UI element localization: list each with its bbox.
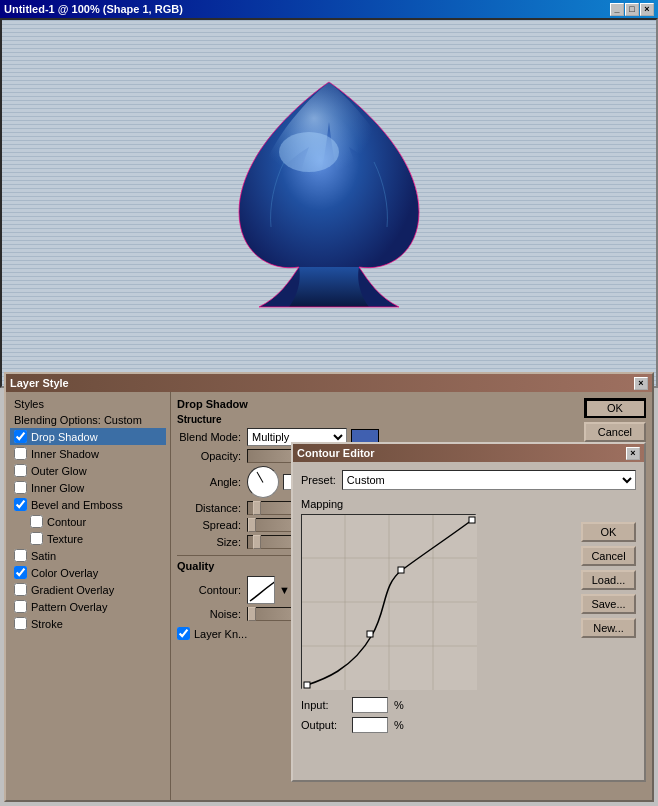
input-percent: %	[394, 699, 404, 711]
gradient-overlay-item[interactable]: Gradient Overlay	[10, 581, 166, 598]
spade-bubble	[279, 132, 339, 172]
input-value[interactable]	[352, 697, 388, 713]
preset-select[interactable]: Custom Linear Gaussian	[342, 470, 636, 490]
texture-checkbox[interactable]	[30, 532, 43, 545]
inner-shadow-item[interactable]: Inner Shadow	[10, 445, 166, 462]
bevel-emboss-item[interactable]: Bevel and Emboss	[10, 496, 166, 513]
stroke-item[interactable]: Stroke	[10, 615, 166, 632]
distance-thumb[interactable]	[253, 501, 261, 515]
input-output-section: Input: % Output: %	[301, 697, 575, 733]
svg-rect-15	[398, 567, 404, 573]
styles-menu-item[interactable]: Styles	[10, 396, 166, 412]
svg-rect-14	[367, 631, 373, 637]
layer-style-title: Layer Style	[10, 377, 69, 389]
drop-shadow-item[interactable]: Drop Shadow	[10, 428, 166, 445]
close-button[interactable]: ×	[640, 3, 654, 16]
spade-shape-container	[209, 62, 449, 344]
output-label: Output:	[301, 719, 346, 731]
contour-editor-title: Contour Editor	[297, 447, 375, 459]
opacity-label: Opacity:	[177, 450, 247, 462]
contour-load-button[interactable]: Load...	[581, 570, 636, 590]
dialog-content: Styles Blending Options: Custom Drop Sha…	[6, 392, 652, 800]
spread-label: Spread:	[177, 519, 247, 531]
contour-editor-body: Mapping	[301, 498, 636, 737]
drop-shadow-header: Drop Shadow	[177, 398, 646, 410]
color-overlay-item[interactable]: Color Overlay	[10, 564, 166, 581]
contour-editor-title-bar: Contour Editor ×	[293, 444, 644, 462]
output-percent: %	[394, 719, 404, 731]
layer-style-close-button[interactable]: ×	[634, 377, 648, 390]
size-thumb[interactable]	[253, 535, 261, 549]
ok-button[interactable]: OK	[584, 398, 646, 418]
minimize-button[interactable]: _	[610, 3, 624, 16]
contour-label: Contour:	[177, 584, 247, 596]
noise-thumb[interactable]	[248, 607, 256, 621]
preset-row: Preset: Custom Linear Gaussian	[301, 470, 636, 490]
contour-editor-close-button[interactable]: ×	[626, 447, 640, 460]
output-value[interactable]	[352, 717, 388, 733]
blending-options-item[interactable]: Blending Options: Custom	[10, 412, 166, 428]
angle-label: Angle:	[177, 476, 247, 488]
layer-style-title-bar: Layer Style ×	[6, 374, 652, 392]
spade-stem	[289, 267, 369, 307]
mapping-area: Mapping	[301, 498, 575, 737]
drop-shadow-checkbox[interactable]	[14, 430, 27, 443]
contour-editor-content: Preset: Custom Linear Gaussian Mapping	[293, 462, 644, 745]
dial-line	[257, 472, 264, 483]
contour-ok-button[interactable]: OK	[581, 522, 636, 542]
svg-rect-16	[304, 682, 310, 688]
bevel-emboss-checkbox[interactable]	[14, 498, 27, 511]
outer-glow-checkbox[interactable]	[14, 464, 27, 477]
svg-rect-17	[469, 517, 475, 523]
contour-cancel-button[interactable]: Cancel	[581, 546, 636, 566]
contour-save-button[interactable]: Save...	[581, 594, 636, 614]
window-title: Untitled-1 @ 100% (Shape 1, RGB)	[4, 3, 183, 15]
size-label: Size:	[177, 536, 247, 548]
color-overlay-checkbox[interactable]	[14, 566, 27, 579]
satin-checkbox[interactable]	[14, 549, 27, 562]
angle-dial[interactable]	[247, 466, 279, 498]
input-row: Input: %	[301, 697, 575, 713]
pattern-overlay-item[interactable]: Pattern Overlay	[10, 598, 166, 615]
window-title-bar: Untitled-1 @ 100% (Shape 1, RGB) _ □ ×	[0, 0, 658, 18]
panel-buttons: OK Cancel	[584, 398, 646, 442]
input-label: Input:	[301, 699, 346, 711]
outer-glow-item[interactable]: Outer Glow	[10, 462, 166, 479]
distance-label: Distance:	[177, 502, 247, 514]
texture-item[interactable]: Texture	[10, 530, 166, 547]
spread-thumb[interactable]	[248, 518, 256, 532]
layer-knockout-label: Layer Kn...	[194, 628, 247, 640]
contour-editor-buttons: OK Cancel Load... Save... New...	[581, 498, 636, 737]
svg-rect-7	[302, 515, 477, 690]
main-panel: OK Cancel Drop Shadow Structure Blend Mo…	[171, 392, 652, 800]
structure-header: Structure	[177, 414, 646, 425]
blend-mode-label: Blend Mode:	[177, 431, 247, 443]
styles-panel: Styles Blending Options: Custom Drop Sha…	[6, 392, 171, 800]
noise-label: Noise:	[177, 608, 247, 620]
preset-label: Preset:	[301, 474, 336, 486]
contour-thumbnail	[248, 577, 275, 604]
stroke-checkbox[interactable]	[14, 617, 27, 630]
contour-preview[interactable]	[247, 576, 275, 604]
maximize-button[interactable]: □	[625, 3, 639, 16]
gradient-overlay-checkbox[interactable]	[14, 583, 27, 596]
window-controls[interactable]: _ □ ×	[610, 3, 654, 16]
inner-shadow-checkbox[interactable]	[14, 447, 27, 460]
contour-item[interactable]: Contour	[10, 513, 166, 530]
output-row: Output: %	[301, 717, 575, 733]
pattern-overlay-checkbox[interactable]	[14, 600, 27, 613]
satin-item[interactable]: Satin	[10, 547, 166, 564]
layer-knockout-checkbox[interactable]	[177, 627, 190, 640]
contour-dropdown-arrow[interactable]: ▼	[279, 584, 290, 596]
cancel-button[interactable]: Cancel	[584, 422, 646, 442]
inner-glow-item[interactable]: Inner Glow	[10, 479, 166, 496]
layer-style-dialog: Layer Style × Styles Blending Options: C…	[4, 372, 654, 802]
mapping-label: Mapping	[301, 498, 575, 510]
contour-new-button[interactable]: New...	[581, 618, 636, 638]
mapping-canvas[interactable]	[301, 514, 476, 689]
contour-editor-dialog: Contour Editor × Preset: Custom Linear G…	[291, 442, 646, 782]
contour-checkbox[interactable]	[30, 515, 43, 528]
contour-graph	[302, 515, 477, 690]
spade-svg	[209, 62, 449, 342]
inner-glow-checkbox[interactable]	[14, 481, 27, 494]
